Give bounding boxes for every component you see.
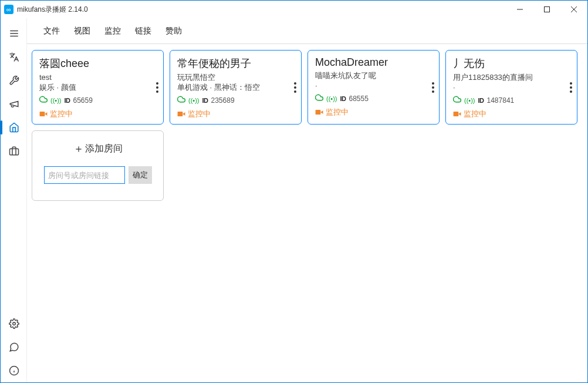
menu-file[interactable]: 文件 [43, 26, 60, 36]
room-title: 丿无伤 [453, 56, 570, 70]
room-meta: 单机游戏 · 黑神话：悟空 [177, 83, 294, 93]
maximize-button[interactable] [533, 1, 560, 18]
card-more-button[interactable] [156, 82, 158, 93]
home-icon[interactable] [1, 116, 27, 139]
room-title: MochaDreamer [315, 56, 432, 69]
id-label: ID [478, 97, 484, 104]
room-id-row: ((•)) ID 68555 [315, 93, 432, 103]
room-id: 65659 [73, 96, 93, 105]
signal-icon: ((•)) [326, 95, 337, 102]
menu-donate[interactable]: 赞助 [165, 26, 182, 36]
card-more-button[interactable] [432, 82, 434, 93]
room-card[interactable]: MochaDreamer 喵喵来坑队友了呢 · ((•)) ID 68555 监… [307, 50, 440, 125]
room-id-row: ((•)) ID 1487841 [453, 95, 570, 105]
room-meta: 娱乐 · 颜值 [39, 83, 156, 93]
add-room-card: ＋ 添加房间 确定 [32, 130, 164, 201]
id-label: ID [65, 97, 70, 104]
tools-icon[interactable] [1, 69, 27, 92]
titlebar: mikufans录播姬 2.14.0 [1, 1, 587, 18]
close-button[interactable] [560, 1, 587, 18]
cloud-icon [39, 95, 48, 105]
signal-icon: ((•)) [50, 97, 62, 104]
app-icon [4, 5, 13, 14]
feedback-icon[interactable] [1, 335, 27, 359]
signal-icon: ((•)) [188, 97, 200, 104]
room-id-input[interactable] [44, 166, 125, 184]
room-id-row: ((•)) ID 235689 [177, 95, 294, 105]
room-subtitle: test [39, 73, 156, 83]
svg-rect-7 [9, 149, 18, 155]
translate-icon[interactable] [1, 45, 27, 69]
minimize-button[interactable] [506, 1, 533, 18]
room-meta: · [453, 83, 570, 93]
sidebar [1, 18, 27, 382]
menubar: 文件 视图 监控 链接 赞助 [27, 18, 587, 44]
megaphone-icon[interactable] [1, 92, 27, 116]
room-subtitle: 玩玩黑悟空 [177, 73, 294, 83]
svg-rect-1 [545, 7, 550, 12]
room-card[interactable]: 丿无伤 用户11825833的直播间 · ((•)) ID 1487841 监控… [445, 50, 577, 125]
svg-point-8 [12, 322, 15, 325]
room-subtitle: 用户11825833的直播间 [453, 73, 570, 83]
room-id: 68555 [349, 95, 369, 103]
settings-icon[interactable] [1, 312, 27, 335]
cloud-icon [453, 95, 461, 105]
room-title: 常年便秘的男子 [177, 56, 294, 70]
info-icon[interactable] [1, 359, 27, 382]
cards-grid: 落圆cheee test 娱乐 · 颜值 ((•)) ID 65659 监控中 … [27, 44, 587, 207]
room-subtitle: 喵喵来坑队友了呢 [315, 71, 432, 81]
room-meta: · [315, 81, 432, 91]
room-title: 落圆cheee [39, 56, 156, 70]
cloud-icon [315, 93, 323, 103]
toolbox-icon[interactable] [1, 139, 27, 163]
room-status: 监控中 [177, 109, 294, 119]
plus-icon: ＋ [73, 142, 84, 156]
cloud-icon [177, 95, 185, 105]
room-status: 监控中 [39, 109, 156, 119]
menu-monitor[interactable]: 监控 [104, 26, 121, 36]
room-card[interactable]: 落圆cheee test 娱乐 · 颜值 ((•)) ID 65659 监控中 [32, 50, 164, 125]
signal-icon: ((•)) [464, 97, 475, 104]
id-label: ID [202, 97, 208, 104]
room-status: 监控中 [315, 107, 432, 117]
room-id: 1487841 [487, 96, 515, 105]
room-status: 监控中 [453, 109, 570, 119]
room-id: 235689 [211, 96, 235, 105]
confirm-button[interactable]: 确定 [129, 166, 152, 184]
menu-view[interactable]: 视图 [74, 26, 90, 36]
add-room-title: ＋ 添加房间 [73, 142, 123, 156]
hamburger-menu[interactable] [1, 22, 27, 45]
room-card[interactable]: 常年便秘的男子 玩玩黑悟空 单机游戏 · 黑神话：悟空 ((•)) ID 235… [170, 50, 302, 125]
card-more-button[interactable] [294, 82, 296, 93]
window-title: mikufans录播姬 2.14.0 [17, 5, 88, 15]
id-label: ID [340, 95, 346, 102]
menu-link[interactable]: 链接 [135, 26, 151, 36]
card-more-button[interactable] [570, 82, 572, 93]
room-id-row: ((•)) ID 65659 [39, 95, 156, 105]
